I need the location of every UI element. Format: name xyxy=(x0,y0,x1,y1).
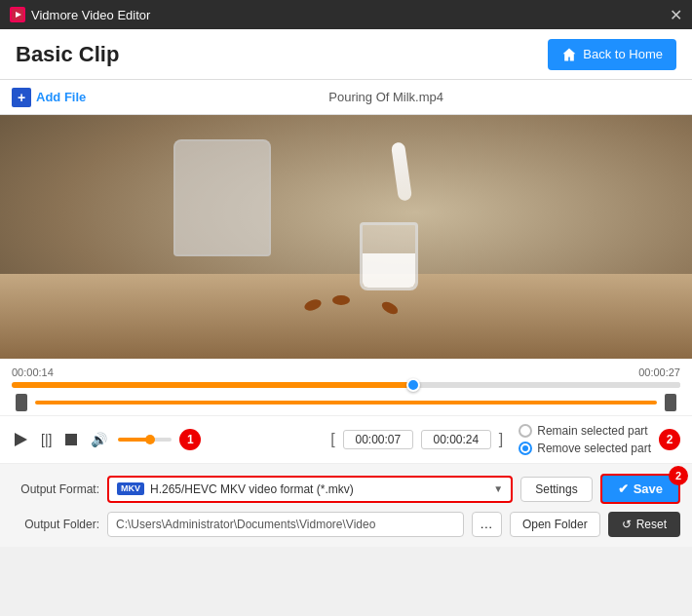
mkv-icon: MKV xyxy=(117,482,144,495)
page-title: Basic Clip xyxy=(16,42,119,67)
back-to-home-button[interactable]: Back to Home xyxy=(548,39,676,70)
timeline-fill xyxy=(12,382,680,388)
back-button-label: Back to Home xyxy=(583,47,663,61)
title-bar: Vidmore Video Editor ✕ xyxy=(0,0,692,29)
header: Basic Clip Back to Home xyxy=(0,29,692,80)
remove-option-row[interactable]: Remove selected part xyxy=(519,442,651,455)
bottom-area: Output Format: MKV H.265/HEVC MKV video … xyxy=(0,464,692,547)
timeline-thumb[interactable] xyxy=(406,378,420,392)
volume-slider[interactable] xyxy=(118,438,172,442)
remain-label: Remain selected part xyxy=(537,424,647,438)
timeline-track[interactable] xyxy=(12,382,680,388)
time-labels: 00:00:14 00:00:27 xyxy=(12,366,680,378)
reset-label: Reset xyxy=(636,518,667,531)
app-icon xyxy=(10,7,25,22)
check-icon: ✔ xyxy=(618,481,629,496)
badge-1: 1 xyxy=(179,429,201,450)
clip-start-time[interactable] xyxy=(343,430,413,449)
title-bar-left: Vidmore Video Editor xyxy=(10,7,150,22)
add-file-label: Add File xyxy=(36,90,86,104)
settings-button[interactable]: Settings xyxy=(520,477,592,502)
clip-range xyxy=(35,401,657,404)
add-file-button[interactable]: + Add File xyxy=(12,88,86,107)
browse-button[interactable]: ... xyxy=(472,512,502,537)
open-folder-button[interactable]: Open Folder xyxy=(510,512,600,537)
badge-2: 2 xyxy=(659,429,680,450)
clip-handles xyxy=(12,394,680,411)
folder-path-input[interactable] xyxy=(107,512,464,537)
play-button[interactable] xyxy=(12,430,30,449)
controls-area: [|] 🔊 1 [ ] Remain selected part Remove … xyxy=(0,416,692,464)
bracket-button[interactable]: [|] xyxy=(38,429,55,450)
add-icon: + xyxy=(12,88,31,107)
stop-button[interactable] xyxy=(62,431,80,448)
folder-label: Output Folder: xyxy=(12,518,99,531)
close-button[interactable]: ✕ xyxy=(670,6,682,24)
format-label: Output Format: xyxy=(12,482,99,496)
remove-label: Remove selected part xyxy=(537,442,651,455)
filename-label: Pouring Of Milk.mp4 xyxy=(92,90,680,104)
bracket-icon: [|] xyxy=(41,432,52,447)
volume-button[interactable]: 🔊 xyxy=(88,429,110,450)
home-icon xyxy=(561,47,577,62)
badge-2-overlay: 2 xyxy=(669,466,688,485)
folder-row: Output Folder: ... Open Folder ↺ Reset xyxy=(12,512,680,537)
toolbar: + Add File Pouring Of Milk.mp4 xyxy=(0,80,692,115)
start-time: 00:00:14 xyxy=(12,366,54,378)
remain-radio[interactable] xyxy=(519,424,532,438)
clip-start-bracket: [ xyxy=(330,431,334,448)
save-button-wrapper: ✔ Save 2 xyxy=(600,474,680,504)
timeline-area: 00:00:14 00:00:27 xyxy=(0,359,692,416)
video-preview xyxy=(0,115,692,359)
save-label: Save xyxy=(634,481,663,496)
format-row: Output Format: MKV H.265/HEVC MKV video … xyxy=(12,474,680,504)
clip-end-time[interactable] xyxy=(421,430,491,449)
video-thumbnail xyxy=(0,115,692,359)
part-selection: Remain selected part Remove selected par… xyxy=(519,424,651,455)
clip-handle-right[interactable] xyxy=(665,394,676,411)
format-select-text: H.265/HEVC MKV video format (*.mkv) xyxy=(150,482,487,496)
clip-handle-left[interactable] xyxy=(16,394,27,411)
format-select[interactable]: MKV H.265/HEVC MKV video format (*.mkv) … xyxy=(107,476,513,503)
volume-thumb xyxy=(145,435,155,444)
remove-radio[interactable] xyxy=(519,442,532,455)
play-icon xyxy=(15,433,27,446)
app-title: Vidmore Video Editor xyxy=(31,8,150,22)
stop-icon xyxy=(65,434,77,445)
clip-end-bracket: ] xyxy=(499,431,503,448)
volume-icon: 🔊 xyxy=(91,432,107,447)
reset-button[interactable]: ↺ Reset xyxy=(608,512,680,537)
reset-icon: ↺ xyxy=(622,518,632,531)
chevron-down-icon: ▼ xyxy=(493,483,503,494)
remain-option-row[interactable]: Remain selected part xyxy=(519,424,651,438)
end-time: 00:00:27 xyxy=(638,366,680,378)
